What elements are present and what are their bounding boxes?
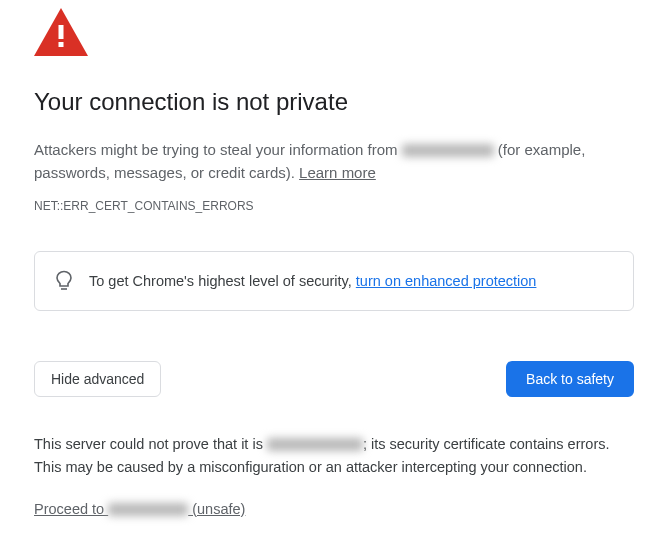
enhanced-protection-banner: To get Chrome's highest level of securit… — [34, 251, 634, 311]
advanced-details: This server could not prove that it is ;… — [34, 433, 634, 479]
learn-more-link[interactable]: Learn more — [299, 164, 376, 181]
error-code: NET::ERR_CERT_CONTAINS_ERRORS — [34, 199, 634, 213]
page-title: Your connection is not private — [34, 88, 634, 116]
back-to-safety-button[interactable]: Back to safety — [506, 361, 634, 397]
warning-description: Attackers might be trying to steal your … — [34, 138, 634, 185]
hide-advanced-button[interactable]: Hide advanced — [34, 361, 161, 397]
button-row: Hide advanced Back to safety — [34, 361, 634, 397]
svg-rect-2 — [59, 42, 64, 47]
redacted-domain — [108, 503, 188, 516]
proceed-unsafe-link[interactable]: Proceed to (unsafe) — [34, 501, 634, 517]
warning-triangle-icon — [34, 8, 634, 60]
redacted-domain — [267, 438, 363, 451]
enhanced-protection-link[interactable]: turn on enhanced protection — [356, 273, 537, 289]
lightbulb-icon — [55, 270, 73, 292]
redacted-domain — [402, 144, 494, 157]
svg-rect-1 — [59, 25, 64, 39]
